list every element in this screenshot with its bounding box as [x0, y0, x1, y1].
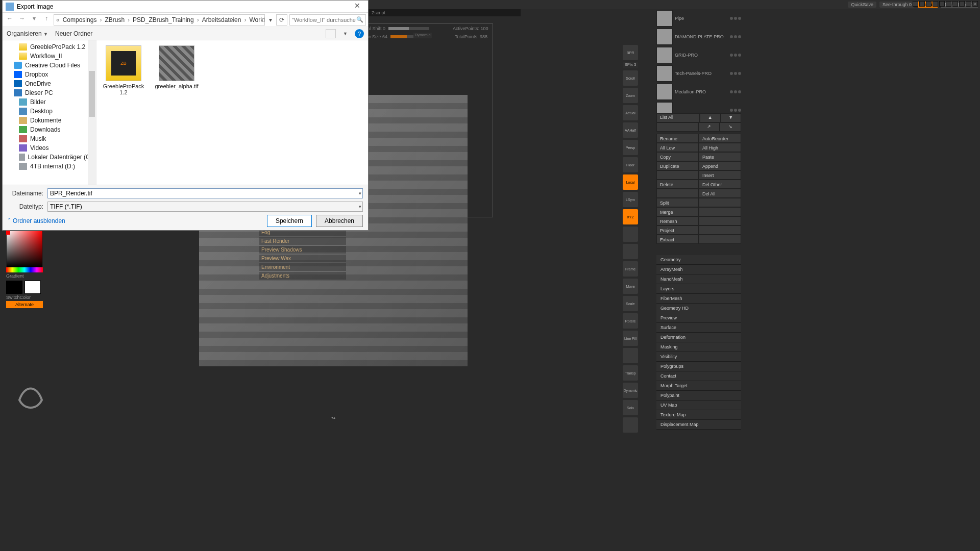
- toolbar-line-fill[interactable]: Line Fill: [623, 331, 638, 346]
- tree-item[interactable]: Lokaler Datenträger (C:): [3, 153, 96, 162]
- append-button[interactable]: Append: [699, 161, 741, 170]
- accordion-masking[interactable]: Masking: [656, 342, 741, 352]
- toolbar-transp[interactable]: Transp: [623, 365, 638, 381]
- wc8[interactable]: [959, 1, 965, 7]
- remesh-button[interactable]: Remesh: [656, 216, 699, 226]
- nav-forward-button[interactable]: →: [17, 15, 27, 25]
- file-list[interactable]: ZBGreebleProPack 1.2greebler_alpha.tif: [96, 40, 368, 185]
- tree-item[interactable]: Videos: [3, 143, 96, 153]
- tree-item[interactable]: Musik: [3, 134, 96, 143]
- all-high-button[interactable]: All High: [699, 143, 741, 152]
- alpha-thumb[interactable]: [656, 65, 673, 82]
- organize-menu[interactable]: Organisieren ▼: [7, 30, 48, 37]
- tree-scrollbar[interactable]: [88, 40, 96, 185]
- file-item[interactable]: ZBGreebleProPack 1.2: [102, 45, 145, 95]
- alpha-row[interactable]: Pipe: [656, 9, 741, 28]
- toolbar-floor[interactable]: Floor: [623, 157, 638, 172]
- alpha-row[interactable]: GRID-PRO: [656, 46, 741, 64]
- accordion-polypaint[interactable]: Polypaint: [656, 391, 741, 400]
- alpha-thumb[interactable]: [656, 10, 673, 27]
- accordion-nanomesh[interactable]: NanoMesh: [656, 274, 741, 284]
- alpha-toggles[interactable]: [730, 90, 741, 93]
- accordion-polygroups[interactable]: Polygroups: [656, 362, 741, 371]
- tree-item[interactable]: Downloads: [3, 125, 96, 134]
- dialog-titlebar[interactable]: Export Image ✕: [3, 1, 368, 13]
- accordion-contact[interactable]: Contact: [656, 371, 741, 381]
- toolbar-persp[interactable]: Persp: [623, 140, 638, 155]
- toolbar-zoom[interactable]: Zoom: [623, 88, 638, 103]
- quicksave-button[interactable]: QuickSave: [848, 2, 876, 8]
- toolbar-slot11[interactable]: [623, 227, 638, 242]
- wc6[interactable]: [946, 1, 951, 7]
- view-dropdown[interactable]: ▼: [343, 31, 348, 36]
- move-up-button[interactable]: ↗: [698, 122, 720, 132]
- alpha-toggles[interactable]: [730, 109, 741, 112]
- nav-back-button[interactable]: ←: [5, 15, 15, 25]
- hue-bar[interactable]: [6, 267, 43, 272]
- accordion-uv-map[interactable]: UV Map: [656, 400, 741, 410]
- new-folder-button[interactable]: Neuer Ordner: [55, 30, 92, 37]
- alpha-thumb[interactable]: [656, 29, 673, 45]
- wc1[interactable]: [913, 1, 918, 7]
- delete-button[interactable]: Delete: [656, 180, 699, 189]
- tree-item[interactable]: Dokumente: [3, 116, 96, 125]
- render-adjustments[interactable]: Adjustments: [259, 272, 346, 280]
- render-environment[interactable]: Environment: [259, 263, 346, 271]
- filetype-field[interactable]: TIFF (*.TIF) ▾: [47, 202, 363, 212]
- accordion-geometry-hd[interactable]: Geometry HD: [656, 304, 741, 313]
- search-field[interactable]: 🔍: [289, 14, 366, 26]
- cancel-button[interactable]: Abbrechen: [316, 215, 363, 227]
- duplicate-button[interactable]: Duplicate: [656, 161, 699, 170]
- crumb-3[interactable]: Arbeitsdateien: [200, 16, 243, 23]
- toolbar-dynamic[interactable]: Dynamic: [623, 383, 638, 398]
- swatch-white[interactable]: [24, 281, 41, 294]
- accordion-fibermesh[interactable]: FiberMesh: [656, 294, 741, 304]
- help-button[interactable]: ?: [355, 29, 364, 38]
- move-down-button[interactable]: ↘: [720, 122, 741, 132]
- all-low-button[interactable]: All Low: [656, 143, 699, 152]
- spix-readout[interactable]: SPix 3: [623, 62, 638, 68]
- crumb-0[interactable]: Composings: [61, 16, 99, 23]
- paste-button[interactable]: Paste: [699, 152, 741, 161]
- alternate-button[interactable]: Alternate: [6, 301, 43, 308]
- crumb-2[interactable]: PSD_ZBrush_Training: [131, 16, 196, 23]
- filename-dropdown-icon[interactable]: ▾: [359, 191, 361, 196]
- accordion-texture-map[interactable]: Texture Map: [656, 410, 741, 420]
- accordion-surface[interactable]: Surface: [656, 323, 741, 333]
- swatch-black[interactable]: [6, 281, 22, 294]
- merge-button[interactable]: Merge: [656, 207, 699, 216]
- toolbar-bpr[interactable]: BPR: [623, 45, 638, 60]
- canvas-bottom-handle[interactable]: ▾▴: [199, 415, 468, 420]
- autoreorder-button[interactable]: AutoReorder: [699, 134, 741, 143]
- nav-recent-dropdown[interactable]: ▾: [29, 15, 39, 25]
- refresh-button[interactable]: ⟳: [276, 14, 287, 26]
- alpha-toggles[interactable]: [730, 17, 741, 20]
- folder-tree[interactable]: GreebleProPack 1.2Workflow_IICreative Cl…: [3, 40, 96, 185]
- dialog-close-button[interactable]: ✕: [350, 2, 365, 12]
- toolbar-slot18[interactable]: [623, 348, 638, 363]
- filetype-dropdown-icon[interactable]: ▾: [359, 204, 361, 209]
- copy-button[interactable]: Copy: [656, 152, 699, 161]
- nav-up-button[interactable]: ↑: [41, 15, 52, 25]
- accordion-geometry[interactable]: Geometry: [656, 255, 741, 265]
- toolbar-aahalf[interactable]: AAHalf: [623, 122, 638, 138]
- del-all-button[interactable]: Del All: [699, 189, 741, 198]
- tree-item[interactable]: Desktop: [3, 107, 96, 116]
- tree-item[interactable]: Dropbox: [3, 70, 96, 79]
- switchcolor-button[interactable]: SwitchColor: [6, 295, 48, 300]
- alpha-thumb[interactable]: [656, 84, 673, 100]
- tree-item[interactable]: Bilder: [3, 97, 96, 107]
- toolbar-local[interactable]: Local: [623, 174, 638, 190]
- hide-folders-toggle[interactable]: ˄Ordner ausblenden: [8, 217, 65, 224]
- split-button[interactable]: Split: [656, 198, 699, 207]
- save-button[interactable]: Speichern: [267, 215, 312, 227]
- tree-item[interactable]: 4TB internal (D:): [3, 162, 96, 171]
- wc9[interactable]: [966, 1, 971, 7]
- alpha-toggles[interactable]: [730, 35, 741, 38]
- search-input[interactable]: [292, 17, 356, 23]
- move-bottom-button[interactable]: ▼: [721, 113, 742, 122]
- toolbar-scale[interactable]: Scale: [623, 296, 638, 311]
- alpha-toggles[interactable]: [730, 72, 741, 75]
- alpha-toggles[interactable]: [730, 54, 741, 57]
- alpha-row[interactable]: Medallion-PRO: [656, 83, 741, 101]
